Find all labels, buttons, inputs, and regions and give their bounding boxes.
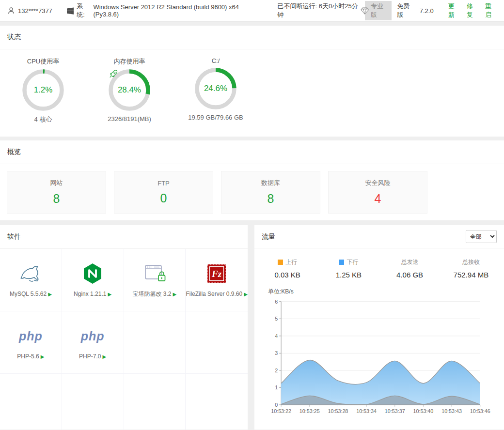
svg-text:10:53:46: 10:53:46 [470, 408, 490, 414]
play-triangle-icon: ▶ [41, 354, 45, 359]
software-section-title: 软件 [0, 225, 248, 249]
card-label: 数据库 [261, 179, 280, 187]
svg-text:10:53:40: 10:53:40 [413, 408, 433, 414]
person-icon [7, 7, 15, 15]
software-item-label: FileZilla Server 0.9.60 [186, 291, 242, 297]
card-ftp[interactable]: FTP 0 [114, 171, 213, 214]
system-value: Windows Server 2012 R2 Standard (build 9… [93, 3, 258, 18]
uptime: 已不间断运行: 6天0小时25分钟 [278, 2, 361, 19]
disk-caption: 19.59 GB/79.66 GB [173, 114, 259, 121]
topbar: 132****7377 系统: Windows Server 2012 R2 S… [0, 0, 504, 22]
php-icon: php [81, 325, 105, 347]
play-triangle-icon: ▶ [108, 292, 111, 297]
overview-section: 概览 网站 8 FTP 0 数据库 8 安全风险 4 [0, 140, 504, 220]
svg-text:Fz: Fz [211, 269, 222, 279]
software-cell-empty [0, 374, 62, 430]
download-swatch-icon [339, 260, 344, 265]
cpu-gauge: CPU使用率 1.2% 4 核心 [0, 57, 86, 124]
traffic-section-title: 流量 [262, 232, 275, 241]
card-websites[interactable]: 网站 8 [7, 171, 106, 214]
card-label: FTP [158, 180, 170, 187]
software-item-label: PHP-7.0 [79, 353, 101, 360]
svg-text:10:53:43: 10:53:43 [441, 408, 462, 414]
card-label: 安全风险 [365, 179, 391, 187]
svg-text:1: 1 [275, 384, 278, 390]
memory-percent: 28.4% [118, 85, 141, 95]
software-item-tamper-proof[interactable]: 宝塔防篡改 3.2▶ [124, 249, 186, 311]
cpu-percent: 1.2% [34, 85, 53, 95]
software-cell-empty [62, 374, 124, 430]
disk-donut: 24.6% [195, 68, 236, 109]
status-section-title: 状态 [0, 26, 504, 49]
username: 132****7377 [18, 7, 52, 15]
software-item-nginx[interactable]: Nginx 1.21.1▶ [62, 249, 124, 311]
stat-label: 总发送 [401, 258, 419, 266]
restart-link[interactable]: 重启 [485, 2, 497, 19]
software-cell-empty [124, 374, 186, 430]
card-databases[interactable]: 数据库 8 [221, 171, 320, 214]
stat-value: 0.03 KB [257, 271, 318, 279]
card-value: 4 [375, 192, 381, 206]
pro-version-badge[interactable]: 专业版 [361, 1, 392, 20]
svg-text:5: 5 [275, 316, 278, 322]
svg-text:10:53:37: 10:53:37 [385, 408, 405, 414]
card-value: 0 [160, 191, 167, 205]
svg-text:4: 4 [275, 333, 278, 339]
traffic-panel: 流量 全部 上行 0.03 KB 下行 1.25 KB 总发送 4.06 GB … [254, 225, 504, 430]
stat-total-sent: 总发送 4.06 GB [379, 258, 441, 279]
pro-badge-label: 专业版 [365, 1, 392, 20]
rocket-icon [109, 69, 118, 79]
overview-section-title: 概览 [0, 140, 504, 164]
play-triangle-icon: ▶ [102, 354, 106, 359]
system-info: 系统: Windows Server 2012 R2 Standard (bui… [67, 2, 258, 19]
software-item-php56[interactable]: php PHP-5.6▶ [0, 311, 62, 374]
system-label: 系统: [77, 2, 90, 19]
software-item-php70[interactable]: php PHP-7.0▶ [62, 311, 124, 374]
card-security-risks[interactable]: 安全风险 4 [328, 171, 427, 214]
chart-unit-label: 单位:KB/s [268, 288, 496, 296]
stat-download: 下行 1.25 KB [318, 258, 379, 279]
play-triangle-icon: ▶ [244, 292, 248, 297]
svg-text:2: 2 [275, 368, 278, 373]
mysql-icon [19, 262, 42, 285]
stat-value: 752.94 MB [441, 271, 502, 279]
software-item-label: Nginx 1.21.1 [74, 291, 106, 297]
software-cell-empty [186, 374, 248, 430]
software-cell-empty [186, 311, 248, 374]
card-value: 8 [268, 192, 274, 206]
svg-text:10:53:25: 10:53:25 [299, 408, 320, 414]
software-item-label: PHP-5.6 [17, 353, 39, 360]
disk-gauge-title: C:/ [173, 57, 259, 64]
upload-swatch-icon [278, 260, 283, 265]
stat-value: 4.06 GB [379, 271, 441, 279]
memory-gauge-title: 内存使用率 [86, 57, 173, 66]
memory-caption: 2326/8191(MB) [86, 115, 173, 123]
software-item-filezilla[interactable]: Fz FileZilla Server 0.9.60▶ [186, 249, 248, 311]
svg-text:3: 3 [275, 350, 278, 356]
software-item-mysql[interactable]: MySQL 5.5.62▶ [0, 249, 62, 311]
traffic-filter-select[interactable]: 全部 [466, 230, 497, 243]
user-account[interactable]: 132****7377 [7, 7, 52, 15]
svg-text:0: 0 [275, 402, 278, 408]
tamper-proof-icon [143, 262, 166, 284]
stat-label: 下行 [346, 258, 358, 266]
php-icon: php [19, 325, 43, 347]
stat-label: 上行 [285, 258, 297, 266]
card-label: 网站 [50, 179, 63, 187]
traffic-area-chart: 012345610:53:2210:53:2510:53:2810:53:341… [262, 297, 496, 416]
card-value: 8 [53, 192, 60, 206]
software-cell-empty [124, 311, 186, 374]
software-panel: 软件 MySQL 5.5.62▶ Nginx 1.21.1▶ 宝塔防篡改 3.2… [0, 225, 248, 430]
status-section: 状态 CPU使用率 1.2% 4 核心 内存使用率 [0, 26, 504, 137]
stat-value: 1.25 KB [318, 271, 379, 279]
update-link[interactable]: 更新 [448, 2, 460, 19]
cpu-donut: 1.2% [22, 69, 64, 111]
stat-label: 总接收 [462, 258, 480, 266]
cpu-gauge-title: CPU使用率 [0, 57, 86, 66]
windows-icon [67, 7, 74, 15]
repair-link[interactable]: 修复 [467, 2, 478, 19]
play-triangle-icon: ▶ [173, 292, 177, 297]
nginx-icon [83, 262, 102, 285]
filezilla-icon: Fz [207, 262, 226, 285]
play-triangle-icon: ▶ [48, 292, 52, 297]
